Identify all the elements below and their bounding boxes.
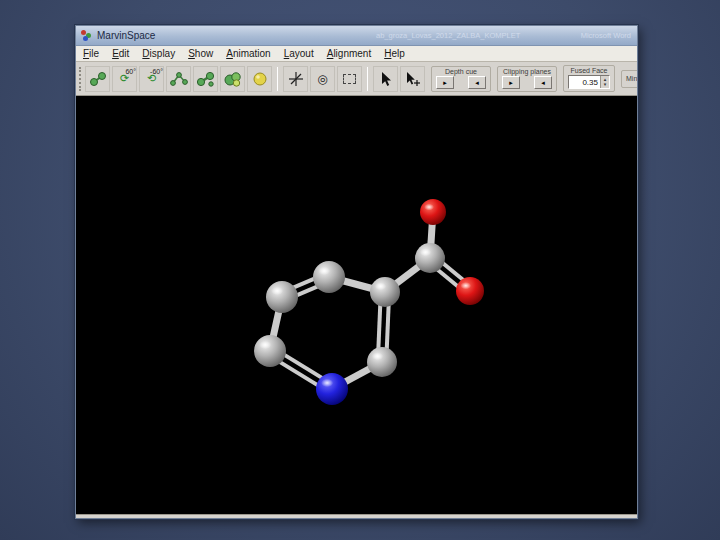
window-title: MarvinSpace xyxy=(97,30,155,41)
spacefill-mode-button[interactable] xyxy=(220,66,245,92)
wireframe-mode-button[interactable] xyxy=(166,66,191,92)
center-view-button[interactable]: ◎ xyxy=(310,66,335,92)
ball-and-stick-mode-icon xyxy=(197,70,215,88)
molecule-svg[interactable] xyxy=(76,96,637,514)
toolbar-separator xyxy=(277,67,278,91)
move-cursor-button[interactable] xyxy=(400,66,425,92)
status-bar xyxy=(76,514,637,518)
clipping-planes-group: Clipping planes ▸ ◂ xyxy=(497,66,557,92)
fused-face-value: 0.35 xyxy=(569,78,600,87)
wireframe-mode-icon xyxy=(170,70,188,88)
background-window-title-2: Microsoft Word xyxy=(581,31,631,40)
rotate-cw-icon: ⟳ xyxy=(120,73,129,84)
min-label: Min... xyxy=(626,75,637,82)
target-icon: ◎ xyxy=(317,73,327,85)
toolbar: ⟳ 60° ⟲ -60° xyxy=(76,62,637,96)
menu-layout[interactable]: Layout xyxy=(284,48,314,59)
clipping-plane-back-button[interactable]: ◂ xyxy=(534,76,552,89)
cursor-move-icon xyxy=(404,71,422,87)
atom-pair-icon xyxy=(89,70,107,88)
rotate-plus-60-label: 60° xyxy=(125,68,136,75)
molecule-atoms xyxy=(254,199,484,405)
fused-face-label: Fused Face xyxy=(571,67,608,74)
axes-button[interactable] xyxy=(283,66,308,92)
selection-box-icon xyxy=(343,74,356,84)
fused-face-spinner[interactable]: 0.35 ▴▾ xyxy=(568,75,610,89)
fused-face-group: Fused Face 0.35 ▴▾ xyxy=(563,65,615,92)
background-window-title: ab_groza_Lovas_2012_ZALBA_KOMPLET xyxy=(376,31,520,40)
axes-icon xyxy=(287,70,305,88)
depth-cue-group: Depth cue ▸ ◂ xyxy=(431,66,491,92)
cursor-arrow-icon xyxy=(378,71,394,87)
spacefill-mode-icon xyxy=(224,70,242,88)
clipping-plane-forward-button[interactable]: ▸ xyxy=(502,76,520,89)
rotate-plus-60-button[interactable]: ⟳ 60° xyxy=(112,66,137,92)
menu-animation[interactable]: Animation xyxy=(226,48,270,59)
quality-button[interactable] xyxy=(247,66,272,92)
depth-cue-increase-button[interactable]: ▸ xyxy=(436,76,454,89)
menu-show[interactable]: Show xyxy=(188,48,213,59)
atom-pair-button[interactable] xyxy=(85,66,110,92)
menu-display[interactable]: Display xyxy=(142,48,175,59)
selection-box-button[interactable] xyxy=(337,66,362,92)
spinner-arrows-icon[interactable]: ▴▾ xyxy=(600,76,609,88)
min-group: Min... ◂ xyxy=(621,70,637,88)
clipping-planes-label: Clipping planes xyxy=(503,68,551,75)
ball-and-stick-mode-button[interactable] xyxy=(193,66,218,92)
rotate-minus-60-button[interactable]: ⟲ -60° xyxy=(139,66,164,92)
toolbar-separator xyxy=(367,67,368,91)
title-bar[interactable]: MarvinSpace ab_groza_Lovas_2012_ZALBA_KO… xyxy=(76,26,637,46)
marvinspace-window: MarvinSpace ab_groza_Lovas_2012_ZALBA_KO… xyxy=(75,25,638,519)
yellow-sphere-icon xyxy=(251,70,269,88)
depth-cue-decrease-button[interactable]: ◂ xyxy=(468,76,486,89)
3d-viewport[interactable] xyxy=(76,96,637,514)
menu-bar: File Edit Display Show Animation Layout … xyxy=(76,46,637,62)
depth-cue-label: Depth cue xyxy=(445,68,477,75)
rotate-minus-60-label: -60° xyxy=(150,68,163,75)
marvinspace-icon xyxy=(81,30,92,41)
menu-edit[interactable]: Edit xyxy=(112,48,129,59)
menu-file[interactable]: File xyxy=(83,48,99,59)
menu-help[interactable]: Help xyxy=(384,48,405,59)
menu-alignment[interactable]: Alignment xyxy=(327,48,371,59)
pick-cursor-button[interactable] xyxy=(373,66,398,92)
rotate-ccw-icon: ⟲ xyxy=(147,73,156,84)
toolbar-drag-handle[interactable] xyxy=(79,67,81,91)
